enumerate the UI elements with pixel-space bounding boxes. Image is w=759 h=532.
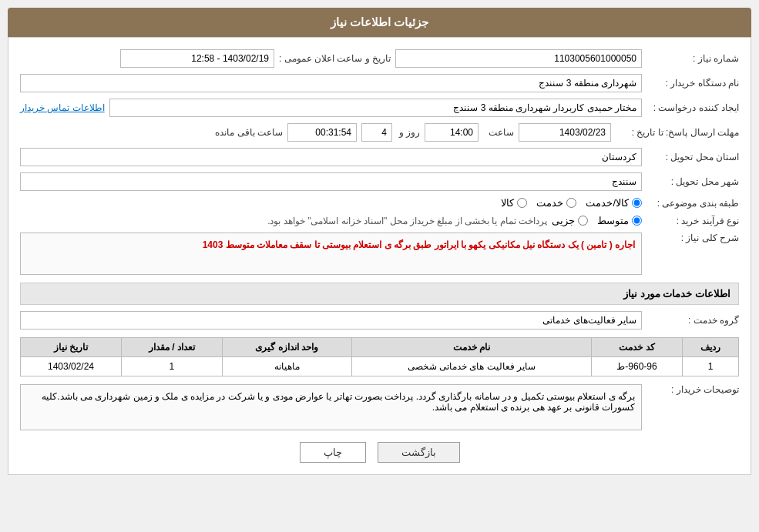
tabaqe-kala-radio[interactable] [517,198,527,208]
col-kod-khadamat: کد خدمت [592,338,683,357]
remaining-label: ساعت باقی مانده [215,127,283,138]
nam-dastgah-input[interactable] [20,74,642,92]
process-jazee-radio[interactable] [578,216,588,226]
ostan-label: استان محل تحویل : [646,152,739,162]
roz-input[interactable] [361,123,392,142]
process-motovasset-radio[interactable] [632,216,642,226]
tabaqe-label: طبقه بندی موضوعی : [646,198,739,209]
mohlat-label: مهلت ارسال پاسخ: تا تاریخ : [616,127,739,138]
process-label: نوع فرآیند خرید : [646,216,739,226]
shahr-input[interactable] [20,172,642,191]
col-tedad: تعداد / مقدار [122,338,223,357]
saat-label: ساعت [483,127,514,138]
gorohe-khadamat-input[interactable] [20,311,642,330]
buyer-note-text: برگه ی استعلام بیوستی تکمیل و در سامانه … [20,384,642,430]
tabaqe-radio-group: کالا خدمت کالا/خدمت [501,197,642,209]
buttons-row: بازگشت چاپ [20,442,739,463]
date-input[interactable] [519,123,611,142]
shahr-label: شهر محل تحویل : [646,176,739,187]
ostan-input[interactable] [20,148,642,166]
process-motovasset-label: متوسط [597,215,629,226]
col-vahed: واحد اندازه گیری [222,338,351,357]
services-table: ردیف کد خدمت نام خدمت واحد اندازه گیری ت… [20,337,739,376]
ijad-konande-input[interactable] [109,99,642,117]
tarikhe-aalan-input[interactable] [120,49,274,68]
buyer-note-label: توصیحات خریدار : [646,384,739,395]
shomara-niaz-input[interactable] [395,49,642,68]
ettelaat-tamas-link[interactable]: اطلاعات تماس خریدار [20,102,105,113]
page-header: جزئیات اطلاعات نیاز [8,8,751,37]
tabaqe-kala-khadamat-label: کالا/خدمت [586,197,629,209]
tabaqe-khadamat-label: خدمت [536,197,563,209]
col-nam-khadamat: نام خدمت [351,338,592,357]
back-button[interactable]: بازگشت [378,442,460,463]
process-radio-group: جزیی متوسط [552,215,642,226]
saat-input[interactable] [425,123,479,142]
roz-label: روز و [397,127,420,138]
tabaqe-kala-label: کالا [501,197,514,209]
shomara-niaz-label: شماره نیاز : [646,53,739,64]
services-table-container: ردیف کد خدمت نام خدمت واحد اندازه گیری ت… [20,337,739,376]
sharh-text: اجاره ( تامین ) یک دستگاه نیل مکانیکی یک… [203,239,635,250]
nam-dastgah-label: نام دستگاه خریدار : [646,78,739,89]
process-jazee-label: جزیی [552,215,575,226]
table-row: 1960-96-طسایر فعالیت های خدماتی شخصیماهی… [21,357,739,376]
col-radif: ردیف [682,338,738,357]
tabaqe-kala-khadamat-radio[interactable] [632,198,642,208]
khadamat-section-title: اطلاعات خدمات مورد نیاز [20,283,739,305]
header-title: جزئیات اطلاعات نیاز [331,15,428,28]
gorohe-khadamat-label: گروه خدمت : [646,315,739,326]
remaining-time-input[interactable] [287,123,357,142]
tabaqe-khadamat-radio[interactable] [566,198,576,208]
col-tarikh: تاریخ نیاز [21,338,122,357]
tarikhe-aalan-label: تاریخ و ساعت اعلان عمومی : [279,53,391,64]
process-note: پرداخت تمام یا بخشی از مبلغ خریداز محل "… [20,216,547,226]
sharh-label: شرح کلی نیاز : [646,233,739,243]
print-button[interactable]: چاپ [300,442,366,463]
ijad-konande-label: ایجاد کننده درخواست : [646,102,739,113]
